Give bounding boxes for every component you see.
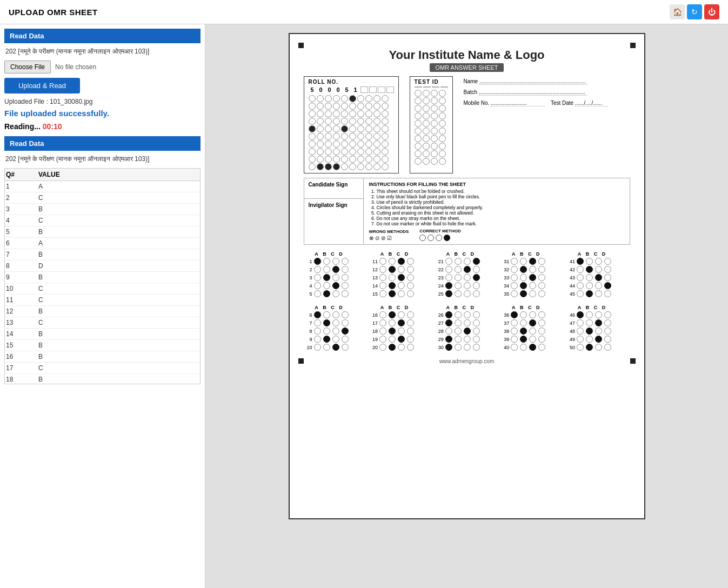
- bubble: [431, 105, 438, 112]
- answer-bubble: [511, 266, 518, 273]
- answer-bubble: [332, 319, 339, 326]
- answer-row: 5: [305, 290, 366, 297]
- result-q: 8: [6, 262, 38, 270]
- answer-num: 46: [567, 312, 575, 318]
- power-button[interactable]: ⏻: [704, 4, 719, 19]
- answer-bubble: [586, 282, 593, 289]
- answer-bubble: [464, 311, 471, 318]
- answer-num: 31: [502, 259, 509, 264]
- mobile-label: Mobile No.: [464, 100, 490, 106]
- result-v: C: [38, 217, 199, 224]
- answer-bubble: [314, 319, 321, 326]
- name-line: Name ...................................…: [464, 78, 630, 85]
- bubble: [317, 133, 324, 140]
- bubble: [423, 150, 430, 157]
- main-layout: Read Data 202 [नमूने के परीक्षण (मानक नम…: [0, 24, 728, 588]
- reading-message: Reading... 00:10: [4, 122, 201, 131]
- abcd-label: A: [445, 251, 451, 257]
- answer-bubble: [398, 311, 405, 318]
- answer-row: 2: [305, 266, 366, 273]
- answer-bubble: [464, 274, 471, 281]
- result-row: 18B: [5, 374, 200, 384]
- answer-bubble: [604, 282, 611, 289]
- answer-bubble: [538, 282, 545, 289]
- bubble: [382, 156, 389, 163]
- roll-d7: [360, 86, 368, 93]
- bubble: [439, 90, 446, 97]
- invigilator-sign-box: Invigilator Sign: [304, 199, 363, 219]
- answer-bubble: [604, 319, 611, 326]
- roll-no-label: ROLL NO.: [309, 79, 394, 85]
- bubble: [415, 158, 422, 165]
- correct-method-label: CORRECT METHOD: [419, 229, 460, 233]
- answer-bubble: [520, 266, 527, 273]
- bubble: [333, 148, 340, 155]
- answer-bubble: [389, 274, 396, 281]
- bubble: [349, 163, 356, 170]
- answer-num: 37: [502, 320, 509, 326]
- choose-file-button[interactable]: Choose File: [4, 61, 51, 74]
- answer-bubble: [398, 319, 405, 326]
- read-data-header-2: Read Data: [4, 136, 201, 151]
- answer-bubble: [538, 311, 545, 318]
- col-q-header: Q#: [6, 171, 38, 178]
- name-label: Name: [464, 78, 478, 84]
- answer-bubble: [455, 282, 462, 289]
- answer-bubble: [323, 336, 330, 343]
- refresh-button[interactable]: ↻: [687, 4, 702, 19]
- answer-bubble: [473, 274, 480, 281]
- bubble: [325, 110, 332, 117]
- answer-bubble: [473, 344, 480, 351]
- bubble: [341, 125, 348, 132]
- bubble: [325, 156, 332, 163]
- bubble: [365, 95, 372, 102]
- answer-num: 50: [567, 345, 575, 350]
- answer-bubble: [520, 344, 527, 351]
- test-date-field: ....../..../......: [575, 100, 607, 106]
- bubble: [373, 148, 380, 155]
- answer-bubble: [604, 328, 611, 335]
- answer-bubble: [323, 344, 330, 351]
- abcd-label: D: [535, 305, 541, 310]
- bubble: [423, 90, 430, 97]
- result-q: 17: [6, 364, 38, 372]
- bubble: [317, 95, 324, 102]
- result-v: B: [38, 205, 199, 213]
- answer-bubble: [529, 266, 536, 273]
- answer-bubble: [577, 266, 584, 273]
- home-button[interactable]: 🏠: [670, 4, 685, 19]
- tid-d4: [440, 86, 448, 88]
- answer-bubble: [520, 290, 527, 297]
- file-input-row: Choose File No file chosen: [4, 61, 201, 74]
- answer-bubble: [520, 336, 527, 343]
- answer-bubble: [342, 311, 349, 318]
- bubble: [349, 141, 356, 148]
- answer-num: 4: [305, 283, 312, 289]
- batch-label: Batch: [464, 89, 478, 95]
- answer-bubble: [314, 336, 321, 343]
- abcd-label: D: [403, 251, 410, 257]
- abcd-label: A: [313, 251, 320, 257]
- bubble: [415, 97, 422, 104]
- upload-read-button[interactable]: Upload & Read: [4, 78, 80, 93]
- answer-bubble: [473, 282, 480, 289]
- answer-row: 12: [370, 266, 432, 273]
- answer-row: 22: [436, 266, 498, 273]
- answer-bubble: [379, 258, 386, 265]
- bubble: [333, 156, 340, 163]
- answer-bubble: [342, 258, 349, 265]
- bubble: [439, 120, 446, 127]
- answer-bubble: [342, 266, 349, 273]
- abcd-label: A: [379, 251, 385, 257]
- answer-bubble: [511, 311, 518, 318]
- bubble: [439, 135, 446, 142]
- answer-bubble: [445, 328, 452, 335]
- bubble: [439, 150, 446, 157]
- bubble: [439, 128, 446, 135]
- answer-num: 42: [567, 267, 575, 272]
- answer-bubble: [538, 290, 545, 297]
- answer-bubble: [577, 290, 584, 297]
- test-bubble-row: [415, 105, 448, 112]
- answer-bubble: [407, 274, 414, 281]
- bubble: [349, 125, 356, 132]
